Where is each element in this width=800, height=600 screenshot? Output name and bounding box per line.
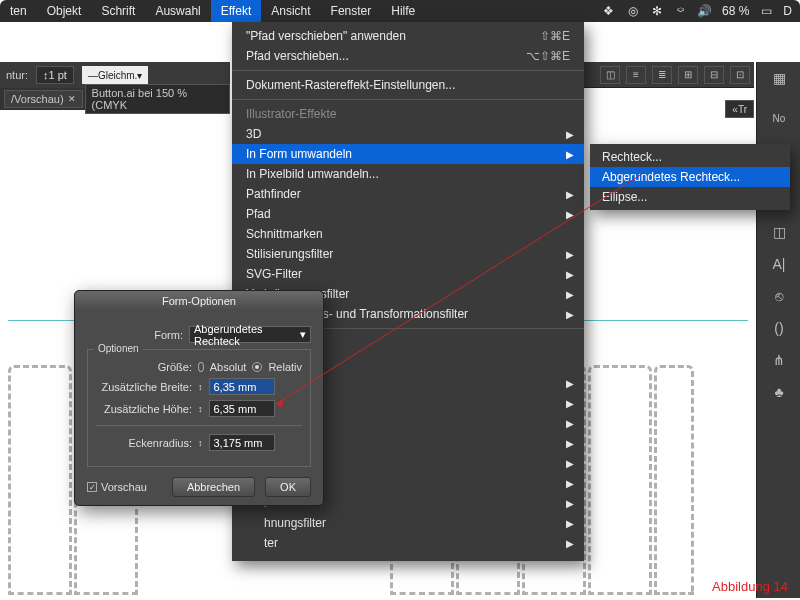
system-tray: ❖ ◎ ✻ ⌔ 🔊 68 % ▭ D bbox=[602, 4, 800, 18]
radio-absolut-label: Absolut bbox=[210, 361, 247, 373]
crop-icon[interactable]: ◫ bbox=[757, 216, 800, 248]
battery-icon[interactable]: ▭ bbox=[759, 4, 773, 18]
menu-item-cropmarks[interactable]: Schnittmarken bbox=[232, 224, 584, 244]
panel-tab-transform[interactable]: « Tr bbox=[725, 100, 754, 118]
document-tabs: /Vorschau)✕ Button.ai bei 150 % (CMYK bbox=[0, 88, 230, 110]
menu-item[interactable]: hnungsfilter▶ bbox=[232, 513, 584, 533]
menu-item-apply-last[interactable]: "Pfad verschieben" anwenden⇧⌘E bbox=[232, 26, 584, 46]
chevron-right-icon: ▶ bbox=[566, 309, 574, 320]
size-label: Größe: bbox=[96, 361, 192, 373]
options-legend: Optionen bbox=[94, 343, 143, 354]
align-icon[interactable]: ≡ bbox=[626, 66, 646, 84]
align-icon[interactable]: ≣ bbox=[652, 66, 672, 84]
menu-item-path[interactable]: Pfad▶ bbox=[232, 204, 584, 224]
sync-icon[interactable]: ◎ bbox=[626, 4, 640, 18]
align-icon[interactable]: ⊟ bbox=[704, 66, 724, 84]
chevron-right-icon: ▶ bbox=[566, 149, 574, 160]
menubar-item-hilfe[interactable]: Hilfe bbox=[381, 0, 425, 22]
right-panel-dock: ▦ No ⧈ ◫ A| ⎋ () ⋔ ♣ bbox=[756, 62, 800, 598]
grid-panel-icon[interactable]: ▦ bbox=[757, 62, 800, 94]
chevron-right-icon: ▶ bbox=[566, 189, 574, 200]
menu-item-svg-filters[interactable]: SVG-Filter▶ bbox=[232, 264, 584, 284]
volume-icon[interactable]: 🔊 bbox=[698, 4, 712, 18]
date-fragment: D bbox=[783, 4, 792, 18]
ok-button[interactable]: OK bbox=[265, 477, 311, 497]
document-tab[interactable]: /Vorschau)✕ bbox=[4, 90, 83, 108]
panel-label[interactable]: No bbox=[757, 102, 800, 134]
radio-relativ-label: Relativ bbox=[268, 361, 302, 373]
brushes-icon[interactable]: ⋔ bbox=[757, 344, 800, 376]
chevron-right-icon: ▶ bbox=[566, 289, 574, 300]
menu-item-rasterize[interactable]: In Pixelbild umwandeln... bbox=[232, 164, 584, 184]
submenu-item-ellipse[interactable]: Ellipse... bbox=[590, 187, 790, 207]
stroke-profile-dropdown[interactable]: — Gleichm. ▾ bbox=[82, 66, 148, 84]
menu-section-header: Illustrator-Effekte bbox=[232, 104, 584, 124]
menu-item-convert-to-shape[interactable]: In Form umwandeln▶ bbox=[232, 144, 584, 164]
convert-to-shape-submenu: Rechteck... Abgerundetes Rechteck... Ell… bbox=[590, 144, 790, 210]
type-icon[interactable]: A| bbox=[757, 248, 800, 280]
align-icon[interactable]: ⊡ bbox=[730, 66, 750, 84]
chevron-right-icon: ▶ bbox=[566, 269, 574, 280]
extra-width-field[interactable]: 6,35 mm bbox=[209, 378, 275, 395]
radio-absolut[interactable] bbox=[198, 362, 204, 372]
extra-width-label: Zusätzliche Breite: bbox=[96, 381, 192, 393]
close-icon[interactable]: ✕ bbox=[68, 94, 76, 104]
shape-options-dialog: Form-Optionen Form: Abgerundetes Rechtec… bbox=[74, 290, 324, 506]
swatches-icon[interactable]: ♣ bbox=[757, 376, 800, 408]
bluetooth-icon[interactable]: ✻ bbox=[650, 4, 664, 18]
wifi-icon[interactable]: ⌔ bbox=[674, 4, 688, 18]
menubar-item-bearbeiten[interactable]: ten bbox=[0, 0, 37, 22]
menu-item[interactable]: ter▶ bbox=[232, 533, 584, 553]
symbols-icon[interactable]: () bbox=[757, 312, 800, 344]
menu-item-3d[interactable]: 3D▶ bbox=[232, 124, 584, 144]
align-icon[interactable]: ⊞ bbox=[678, 66, 698, 84]
chevron-right-icon: ▶ bbox=[566, 209, 574, 220]
preview-checkbox[interactable]: ✓Vorschau bbox=[87, 477, 147, 497]
workspace-switcher: ◫ ≡ ≣ ⊞ ⊟ ⊡ bbox=[554, 62, 754, 88]
menubar-item-objekt[interactable]: Objekt bbox=[37, 0, 92, 22]
menubar-item-schrift[interactable]: Schrift bbox=[91, 0, 145, 22]
menubar-item-fenster[interactable]: Fenster bbox=[321, 0, 382, 22]
cancel-button[interactable]: Abbrechen bbox=[172, 477, 255, 497]
menubar: ten Objekt Schrift Auswahl Effekt Ansich… bbox=[0, 0, 800, 22]
submenu-item-rounded-rectangle[interactable]: Abgerundetes Rechteck... bbox=[590, 167, 790, 187]
corner-radius-label: Eckenradius: bbox=[96, 437, 192, 449]
menu-item-stylize[interactable]: Stilisierungsfilter▶ bbox=[232, 244, 584, 264]
options-group: Optionen Größe: Absolut Relativ Zusätzli… bbox=[87, 349, 311, 467]
extra-height-label: Zusätzliche Höhe: bbox=[96, 403, 192, 415]
dialog-title: Form-Optionen bbox=[75, 291, 323, 311]
dropbox-icon[interactable]: ❖ bbox=[602, 4, 616, 18]
radio-relativ[interactable] bbox=[252, 362, 262, 372]
figure-caption: Abbildung 14 bbox=[712, 579, 788, 594]
submenu-item-rectangle[interactable]: Rechteck... bbox=[590, 147, 790, 167]
extra-height-field[interactable]: 6,35 mm bbox=[209, 400, 275, 417]
chevron-right-icon: ▶ bbox=[566, 129, 574, 140]
form-label: Form: bbox=[87, 329, 183, 341]
menubar-item-effekt[interactable]: Effekt bbox=[211, 0, 261, 22]
perspective-grid-icon[interactable]: ◫ bbox=[600, 66, 620, 84]
document-tab[interactable]: Button.ai bei 150 % (CMYK bbox=[85, 84, 230, 114]
menu-item-document-raster[interactable]: Dokument-Rastereffekt-Einstellungen... bbox=[232, 75, 584, 95]
menu-item-last-effect[interactable]: Pfad verschieben...⌥⇧⌘E bbox=[232, 46, 584, 66]
shape-dropdown[interactable]: Abgerundetes Rechteck ▾ bbox=[189, 326, 311, 343]
menubar-item-auswahl[interactable]: Auswahl bbox=[145, 0, 210, 22]
menubar-item-ansicht[interactable]: Ansicht bbox=[261, 0, 320, 22]
kontur-label: ntur: bbox=[6, 69, 28, 81]
stroke-width-field[interactable]: ↕ 1 pt bbox=[36, 66, 74, 84]
links-icon[interactable]: ⎋ bbox=[757, 280, 800, 312]
corner-radius-field[interactable]: 3,175 mm bbox=[209, 434, 275, 451]
chevron-right-icon: ▶ bbox=[566, 249, 574, 260]
menu-item-pathfinder[interactable]: Pathfinder▶ bbox=[232, 184, 584, 204]
battery-text: 68 % bbox=[722, 4, 749, 18]
